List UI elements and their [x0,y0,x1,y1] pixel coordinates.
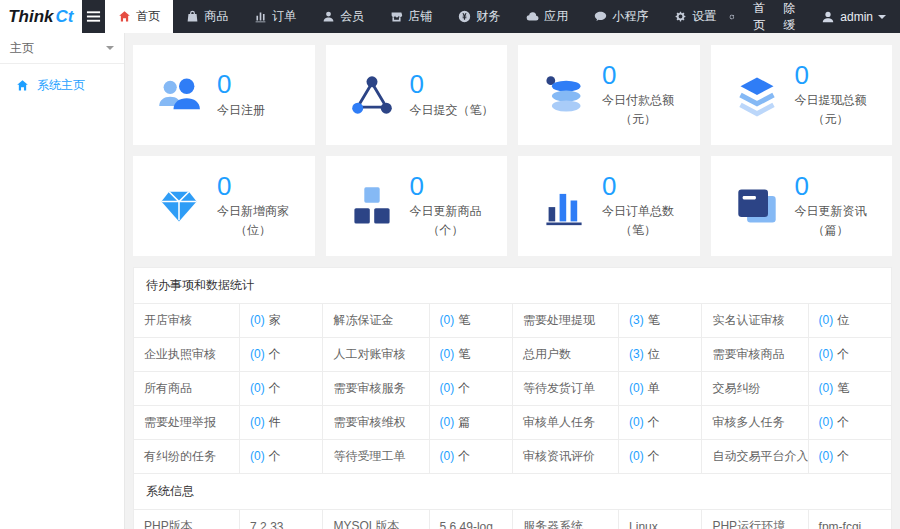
nav-item-members[interactable]: 会员 [309,0,377,33]
todo-count-link[interactable]: (0) [819,449,834,463]
topbar-right: 首页 清除缓存 admin [729,0,900,33]
todo-label: 需要审核服务 [323,372,429,406]
todo-value-cell: (0)个 [429,372,512,406]
todo-label: 需要审核维权 [323,406,429,440]
window-icon [735,184,779,228]
todo-label: 等待受理工单 [323,440,429,474]
refresh-icon[interactable] [729,10,735,24]
settings-icon [674,10,687,23]
todo-count-link[interactable]: (0) [250,449,265,463]
todo-unit: 单 [648,381,660,395]
todo-count-link[interactable]: (0) [819,347,834,361]
sidebar: 主页 系统主页 [0,33,125,529]
nav-item-apps[interactable]: 应用 [513,0,581,33]
stat-value: 0 [602,62,674,89]
nav-item-goods[interactable]: 商品 [173,0,241,33]
todo-label: 需要处理提现 [512,304,618,338]
todo-unit: 个 [269,449,281,463]
todo-unit: 位 [837,313,849,327]
nav-item-settings[interactable]: 设置 [661,0,729,33]
nav-item-home[interactable]: 首页 [105,0,173,33]
todo-label: 开店审核 [134,304,240,338]
todo-count-link[interactable]: (0) [440,347,455,361]
todo-count-link[interactable]: (0) [819,313,834,327]
nav-item-label: 财务 [476,8,500,25]
nav-item-label: 店铺 [408,8,432,25]
todo-unit: 笔 [837,381,849,395]
todo-count-link[interactable]: (0) [819,381,834,395]
menu-toggle-icon[interactable] [82,0,106,33]
todo-label: 需要审核商品 [702,338,808,372]
todo-count-link[interactable]: (3) [629,313,644,327]
dashboard-table: 待办事项和数据统计开店审核(0)家解冻保证金(0)笔需要处理提现(3)笔实名认证… [133,267,892,529]
section-header-row: 待办事项和数据统计 [134,268,892,304]
todo-count-link[interactable]: (0) [629,381,644,395]
store-icon [390,10,403,23]
apps-icon [526,10,539,23]
todo-label: 解冻保证金 [323,304,429,338]
todo-count-link[interactable]: (0) [250,347,265,361]
todo-count-link[interactable]: (0) [440,415,455,429]
section-header-row: 系统信息 [134,474,892,510]
nav-item-label: 应用 [544,8,568,25]
stat-label: 今日提现总额 [795,92,867,109]
todo-row: 需要处理举报(0)件需要审核维权(0)篇审核单人任务(0)个审核多人任务(0)个 [134,406,892,440]
todo-count-link[interactable]: (3) [629,347,644,361]
todo-count-link[interactable]: (0) [629,415,644,429]
stat-unit: （笔） [602,222,674,239]
module-select-value: 主页 [10,40,34,57]
members-icon [322,10,335,23]
todo-unit: 位 [648,347,660,361]
todo-value-cell: (0)家 [240,304,323,338]
system-info-label: PHP版本 [134,510,240,529]
logo-text-ct: Ct [56,7,74,27]
todo-count-link[interactable]: (0) [440,449,455,463]
logo-text-think: Think [8,7,53,27]
topbar: Think Ct 首页商品订单会员店铺财务应用小程序设置 首页 清除缓存 adm… [0,0,900,33]
todo-count-link[interactable]: (0) [250,381,265,395]
todo-unit: 笔 [648,313,660,327]
todo-count-link[interactable]: (0) [629,449,644,463]
todo-count-link[interactable]: (0) [250,415,265,429]
sidebar-item-system-home[interactable]: 系统主页 [0,64,124,107]
stat-text: 0今日新增商家（位） [217,173,289,239]
todo-label: 所有商品 [134,372,240,406]
todo-label: 有纠纷的任务 [134,440,240,474]
stat-text: 0今日付款总额（元） [602,62,674,128]
app-logo[interactable]: Think Ct [0,0,82,33]
todo-count-link[interactable]: (0) [819,415,834,429]
stat-text: 0今日提现总额（元） [795,62,867,128]
home-icon [16,79,29,92]
todo-count-link[interactable]: (0) [440,313,455,327]
todo-value-cell: (0)个 [619,440,702,474]
todo-unit: 个 [837,449,849,463]
admin-menu[interactable]: admin [821,10,886,24]
finance-icon [458,10,471,23]
system-info-label: 服务器系统 [512,510,618,529]
todo-row: 有纠纷的任务(0)个等待受理工单(0)个审核资讯评价(0)个自动交易平台介入(0… [134,440,892,474]
nav-item-label: 首页 [136,8,160,25]
todo-label: 交易纠纷 [702,372,808,406]
nav-item-store[interactable]: 店铺 [377,0,445,33]
todo-row: 所有商品(0)个需要审核服务(0)个等待发货订单(0)单交易纠纷(0)笔 [134,372,892,406]
stat-label: 今日新增商家 [217,203,289,220]
nav-item-finance[interactable]: 财务 [445,0,513,33]
stat-card: 0今日新增商家（位） [133,156,315,256]
system-info-value: 5.6.49-log [429,510,512,529]
section-title: 待办事项和数据统计 [134,268,892,304]
chevron-down-icon [106,46,114,50]
todo-unit: 个 [458,381,470,395]
todo-value-cell: (0)篇 [429,406,512,440]
system-info-label: MYSQL版本 [323,510,429,529]
module-select[interactable]: 主页 [0,33,124,64]
nav-item-orders[interactable]: 订单 [241,0,309,33]
stat-value: 0 [602,173,674,200]
todo-count-link[interactable]: (0) [440,381,455,395]
nav-item-miniapp[interactable]: 小程序 [581,0,661,33]
system-info-value: Linux [619,510,702,529]
nav-item-label: 商品 [204,8,228,25]
stat-unit: （元） [795,111,867,128]
stat-label: 今日订单总数 [602,203,674,220]
todo-count-link[interactable]: (0) [250,313,265,327]
topbar-home-link[interactable]: 首页 [753,0,765,34]
